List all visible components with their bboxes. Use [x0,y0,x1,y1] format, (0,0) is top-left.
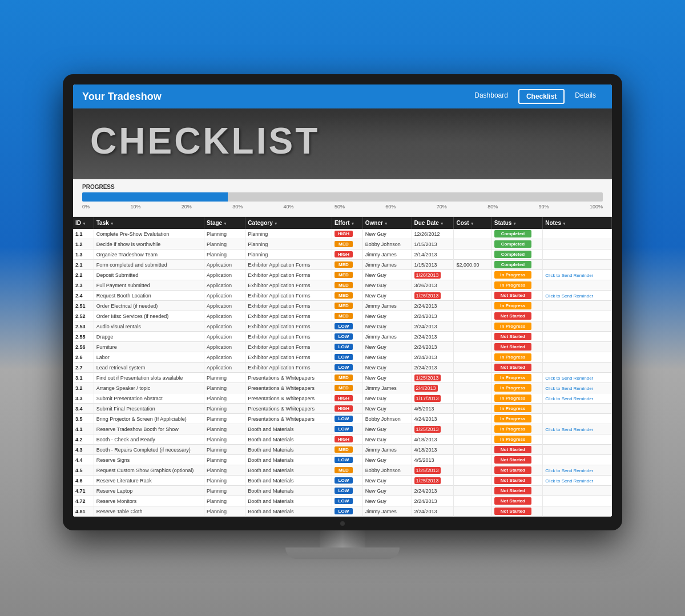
cell-effort: LOW [332,424,362,434]
cell-category: Exhibitor Application Forms [245,280,332,291]
cell-category: Presentations & Whitepapers [245,404,332,414]
cell-duedate: 1/26/2013 [412,291,454,301]
cell-owner: New Guy [362,270,412,280]
cell-stage: Application [204,342,245,352]
table-row: 4.2Booth - Check and ReadyPlanningBooth … [73,434,612,445]
cell-notes [543,342,612,352]
cell-status: Not Started [491,342,542,352]
cell-effort: MED [332,445,362,455]
cell-category: Exhibitor Application Forms [245,301,332,311]
cell-cost [454,383,491,393]
cell-id: 3.1 [73,373,94,383]
cell-category: Exhibitor Application Forms [245,270,332,280]
cell-status: Not Started [491,332,542,342]
cell-duedate: 1/25/2013 [412,373,454,383]
effort-badge: MED [335,385,353,391]
cell-status: Not Started [491,363,542,373]
col-task[interactable]: Task [94,217,204,229]
cell-category: Booth and Materials [245,465,332,476]
cell-task: Labor [94,352,204,363]
cell-stage: Application [204,260,245,270]
cell-status: Not Started [491,291,542,301]
cell-duedate: 2/14/2013 [412,249,454,260]
col-status[interactable]: Status [491,217,542,229]
date-overdue: 1/17/2013 [414,395,441,402]
note-reminder-link[interactable]: Click to Send Reminder [545,396,593,401]
col-owner[interactable]: Owner [362,217,412,229]
effort-badge: LOW [335,323,353,329]
table-header-row: ID Task Stage Category Effort Owner Due … [73,217,612,229]
note-reminder-link[interactable]: Click to Send Reminder [545,478,593,484]
nav-dashboard[interactable]: Dashboard [468,89,515,104]
note-reminder-link[interactable]: Click to Send Reminder [545,468,593,473]
effort-badge: LOW [335,344,353,350]
effort-badge: LOW [335,416,353,422]
cell-task: Reserve Signs [94,455,204,465]
cell-effort: MED [332,311,362,321]
cell-duedate: 4/18/2013 [412,434,454,445]
table-row: 2.52Order Misc Services (if needed)Appli… [73,311,612,321]
col-stage[interactable]: Stage [204,217,245,229]
col-effort[interactable]: Effort [332,217,362,229]
cell-status: Not Started [491,496,542,506]
cell-duedate: 1/17/2013 [412,393,454,404]
col-notes[interactable]: Notes [543,217,612,229]
cell-duedate: 2/24/2013 [412,506,454,517]
note-reminder-link[interactable]: Click to Send Reminder [545,386,593,391]
note-reminder-link[interactable]: Click to Send Reminder [545,273,593,278]
nav-checklist[interactable]: Checklist [518,89,565,104]
cell-cost [454,414,491,424]
effort-badge: MED [335,446,353,453]
cell-status: In Progress [491,373,542,383]
cell-stage: Planning [204,496,245,506]
cell-notes: Click to Send Reminder [543,393,612,404]
cell-category: Presentations & Whitepapers [245,393,332,404]
cell-id: 4.1 [73,424,94,434]
cell-owner: New Guy [362,404,412,414]
cell-effort: MED [332,260,362,270]
cell-owner: Jimmy James [362,260,412,270]
status-badge: In Progress [494,384,531,392]
effort-badge: MED [335,292,353,299]
cell-status: Not Started [491,476,542,486]
cell-status: Completed [491,229,542,239]
cell-effort: LOW [332,476,362,486]
cell-id: 1.3 [73,249,94,260]
note-reminder-link[interactable]: Click to Send Reminder [545,293,593,299]
status-badge: In Progress [494,353,531,361]
cell-category: Booth and Materials [245,476,332,486]
cell-cost [454,363,491,373]
cell-task: Reserve Table Cloth [94,506,204,517]
table-row: 2.4Request Booth LocationApplicationExhi… [73,291,612,301]
cell-effort: LOW [332,342,362,352]
cell-duedate: 1/15/2013 [412,260,454,270]
cell-status: Not Started [491,445,542,455]
cell-stage: Planning [204,434,245,445]
cell-status: Completed [491,260,542,270]
cell-notes [543,506,612,517]
cell-task: Request Custom Show Graphics (optional) [94,465,204,476]
cell-task: Reserve Laptop [94,486,204,496]
note-reminder-link[interactable]: Click to Send Reminder [545,427,593,432]
cell-id: 2.51 [73,301,94,311]
cell-id: 2.4 [73,291,94,301]
col-duedate[interactable]: Due Date [412,217,454,229]
note-reminder-link[interactable]: Click to Send Reminder [545,376,593,381]
cell-category: Exhibitor Application Forms [245,352,332,363]
cell-task: Furniture [94,342,204,352]
col-id[interactable]: ID [73,217,94,229]
cell-status: Not Started [491,465,542,476]
nav-details[interactable]: Details [568,89,603,104]
cell-stage: Planning [204,414,245,424]
col-category[interactable]: Category [245,217,332,229]
cell-notes [543,404,612,414]
monitor-power-dot [340,521,345,526]
cell-effort: MED [332,291,362,301]
cell-duedate: 4/5/2013 [412,455,454,465]
col-cost[interactable]: Cost [454,217,491,229]
cell-id: 3.5 [73,414,94,424]
cell-cost [454,280,491,291]
effort-badge: HIGH [335,405,353,412]
status-badge: In Progress [494,405,531,412]
cell-id: 2.2 [73,270,94,280]
